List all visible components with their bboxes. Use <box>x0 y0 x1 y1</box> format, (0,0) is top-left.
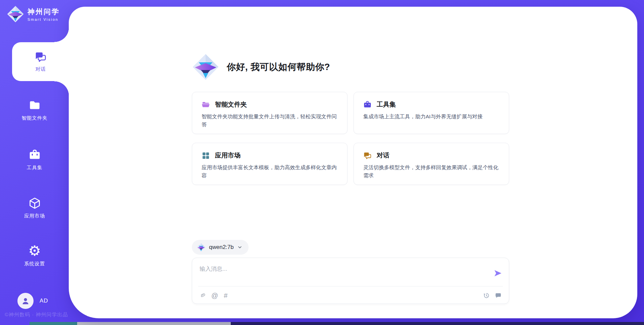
toolbox-icon <box>29 149 41 161</box>
folder-icon <box>29 99 41 112</box>
message-input[interactable] <box>200 263 478 275</box>
chat-bubble-icon[interactable] <box>495 292 502 299</box>
brand-name: 神州问学 <box>28 7 60 16</box>
sidebar-item-label: 智能文件夹 <box>21 115 48 121</box>
card-title: 对话 <box>377 151 389 160</box>
greeting-title: 你好, 我可以如何帮助你? <box>227 61 330 73</box>
sidebar-item-chat[interactable]: 对话 <box>12 42 69 81</box>
greeting: 你好, 我可以如何帮助你? <box>192 53 330 81</box>
active-tab-curve-top <box>54 27 69 42</box>
card-description: 集成市场上主流工具，助力AI与外界无缝扩展与对接 <box>363 113 499 121</box>
sidebar-item-settings[interactable]: ⚙ 系统设置 <box>0 245 69 267</box>
composer-divider <box>198 286 503 286</box>
assistant-gem-icon <box>192 53 219 81</box>
active-tab-curve-bottom <box>54 81 69 96</box>
main-panel: 你好, 我可以如何帮助你? 智能文件夹 智能文件夹功能支持批量文件上传与清洗，轻… <box>69 7 637 318</box>
app-root: 你好, 我可以如何帮助你? 智能文件夹 智能文件夹功能支持批量文件上传与清洗，轻… <box>0 0 644 325</box>
send-button[interactable] <box>493 269 502 277</box>
sidebar-item-smart-folder[interactable]: 智能文件夹 <box>0 99 69 121</box>
brand-subtitle: Smart Vision <box>28 17 60 21</box>
mention-icon[interactable]: @ <box>211 292 218 299</box>
cube-icon <box>29 197 41 209</box>
sidebar-item-label: 工具集 <box>27 165 43 171</box>
card-chat[interactable]: 对话 灵活切换多模型文件，支持多样回复效果调试，满足个性化需求 <box>354 143 509 185</box>
chevron-down-icon <box>237 245 243 250</box>
avatar <box>17 293 34 309</box>
model-selector[interactable]: qwen2:7b <box>192 240 249 255</box>
copyright: ©神州数码 · 神州问学出品 <box>5 312 68 318</box>
feature-cards: 智能文件夹 智能文件夹功能支持批量文件上传与清洗，轻松实现文件问答 工具集 集成… <box>192 92 509 185</box>
apps-grid-icon <box>202 151 210 160</box>
toolbox-icon <box>363 101 372 109</box>
gear-icon: ⚙ <box>28 245 41 257</box>
card-description: 应用市场提供丰富长文本模板，助力高效生成多样化文章内容 <box>202 164 338 180</box>
hashtag-icon[interactable]: # <box>224 292 227 299</box>
sidebar-item-label: 对话 <box>36 66 46 72</box>
card-toolset[interactable]: 工具集 集成市场上主流工具，助力AI与外界无缝扩展与对接 <box>354 92 509 134</box>
card-title: 智能文件夹 <box>215 100 247 109</box>
sidebar-item-toolset[interactable]: 工具集 <box>0 149 69 171</box>
folder-icon <box>202 101 210 109</box>
sidebar-item-label: 应用市场 <box>24 213 45 219</box>
chat-icon <box>35 51 47 63</box>
card-smart-folder[interactable]: 智能文件夹 智能文件夹功能支持批量文件上传与清洗，轻松实现文件问答 <box>192 92 347 134</box>
user-label: AD <box>40 298 48 304</box>
brand-logo[interactable]: 神州问学 Smart Vision <box>7 5 60 23</box>
sidebar-item-label: 系统设置 <box>24 261 45 267</box>
chat-icon <box>363 151 372 160</box>
bottom-edge-navy <box>231 322 644 325</box>
card-description: 智能文件夹功能支持批量文件上传与清洗，轻松实现文件问答 <box>202 113 338 129</box>
bottom-edge-gray <box>77 322 231 325</box>
card-title: 应用市场 <box>215 151 240 160</box>
model-name: qwen2:7b <box>209 244 234 251</box>
model-gem-icon <box>197 243 206 252</box>
user-profile[interactable]: AD <box>17 293 48 309</box>
sidebar: 神州问学 Smart Vision 对话 智能文件夹 工具集 <box>0 0 69 325</box>
history-icon[interactable] <box>483 292 490 299</box>
sidebar-item-app-market[interactable]: 应用市场 <box>0 197 69 219</box>
card-app-market[interactable]: 应用市场 应用市场提供丰富长文本模板，助力高效生成多样化文章内容 <box>192 143 347 185</box>
brand-gem-icon <box>7 5 24 23</box>
attachment-icon[interactable] <box>199 292 206 299</box>
person-icon <box>21 296 30 306</box>
card-description: 灵活切换多模型文件，支持多样回复效果调试，满足个性化需求 <box>363 164 499 180</box>
composer: @ # <box>192 258 509 304</box>
card-title: 工具集 <box>377 100 396 109</box>
send-icon <box>493 269 502 277</box>
